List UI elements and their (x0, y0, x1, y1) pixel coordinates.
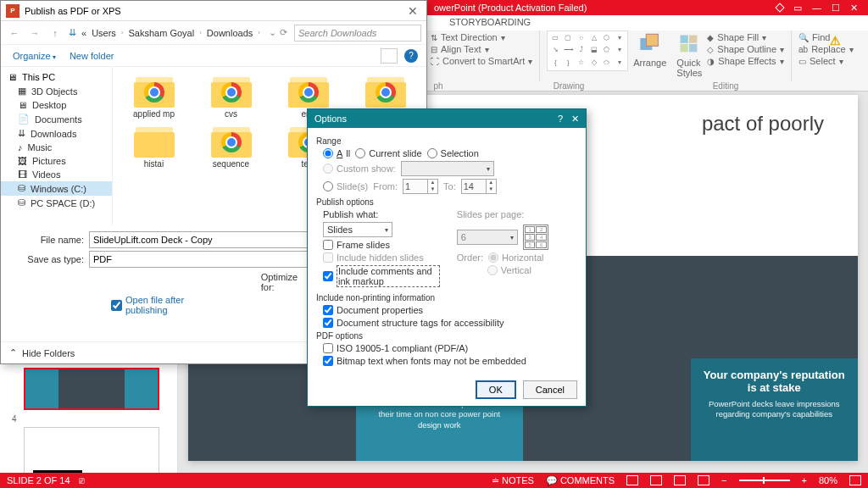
align-text-button[interactable]: ⊟ Align Text ▾ (431, 44, 532, 54)
ok-button[interactable]: OK (476, 380, 516, 399)
comments-button[interactable]: 💬 COMMENTS (546, 475, 615, 486)
thumbnail-3[interactable] (24, 368, 159, 410)
shapes-gallery[interactable]: ▭▢○△⬡▾ ↘⟶⤴⬓⬠▾ {}☆◇⬭▾ (547, 30, 628, 71)
folder-item[interactable]: cvs (193, 72, 269, 120)
options-close-icon[interactable]: ✕ (571, 114, 579, 125)
range-selection-radio[interactable]: Selection (427, 148, 479, 158)
nav-tree: 🖥 This PC ▦ 3D Objects 🖥 Desktop 📄 Docum… (1, 67, 113, 225)
nav-back-icon[interactable]: ← (6, 25, 23, 42)
handout-preview-icon: 123456 (523, 225, 548, 250)
warning-icon: ⚠ (830, 34, 841, 47)
nav-fwd-icon: → (26, 25, 43, 42)
publish-title: Publish as PDF or XPS (25, 6, 121, 16)
find-button[interactable]: 🔍 Find (798, 32, 853, 42)
tree-item[interactable]: 🖼 Pictures (1, 154, 112, 168)
shape-fill-button[interactable]: ◆ Shape Fill ▾ (707, 32, 784, 42)
save-type-label: Save as type: (26, 254, 84, 264)
notes-button[interactable]: ≐ NOTES (492, 475, 534, 486)
tree-item[interactable]: ⇊ Downloads (1, 126, 112, 141)
close-icon[interactable]: ✕ (850, 3, 858, 14)
folder-item[interactable]: histai (116, 122, 192, 170)
select-button[interactable]: ▭ Select ▾ (798, 56, 853, 66)
hide-folders-button[interactable]: ⌃ Hide Folders (9, 347, 75, 358)
sorter-view-icon[interactable] (650, 475, 662, 485)
tree-item[interactable]: ♪ Music (1, 141, 112, 154)
zoom-out-icon[interactable]: − (721, 475, 726, 485)
minimize2-icon[interactable]: — (812, 3, 821, 13)
arrange-button[interactable]: Arrange (628, 30, 671, 69)
ribbon-tab-storyboarding[interactable]: STORYBOARDING (441, 15, 539, 30)
file-name-label: File name: (26, 235, 84, 245)
downloads-crumb-icon: ⇊ (67, 27, 78, 38)
zoom-slider[interactable] (739, 480, 790, 481)
custom-show-select: ▾ (401, 161, 494, 176)
svg-rect-5 (689, 44, 697, 52)
range-slides-radio[interactable]: Slide(s) (323, 181, 368, 191)
order-vertical-radio: Vertical (487, 265, 531, 275)
cancel-button[interactable]: Cancel (523, 380, 577, 399)
open-after-checkbox[interactable]: Open file after publishing (111, 272, 227, 338)
tree-item[interactable]: 📄 Documents (1, 112, 112, 126)
lang-icon[interactable]: ⎚ (79, 475, 85, 485)
slide-cell (691, 256, 859, 358)
text-direction-button[interactable]: ⇅ Text Direction ▾ (431, 32, 532, 42)
slide-counter: SLIDE 2 OF 14 (7, 475, 70, 485)
tree-item[interactable]: ⛁ PC SPACE (D:) (1, 196, 112, 210)
tree-this-pc[interactable]: 🖥 This PC (1, 70, 112, 84)
svg-rect-4 (681, 44, 688, 52)
minimize-icon[interactable]: ▭ (793, 3, 802, 14)
order-horizontal-radio: Horizontal (488, 252, 544, 263)
publish-title-bar: P Publish as PDF or XPS ✕ (1, 1, 426, 21)
zoom-in-icon[interactable]: + (802, 475, 807, 485)
shape-outline-button[interactable]: ◇ Shape Outline ▾ (707, 44, 784, 54)
folder-item[interactable]: sequence (193, 122, 269, 170)
bitmap-text-checkbox[interactable]: Bitmap text when fonts may not be embedd… (323, 356, 526, 366)
tree-item-windows-c[interactable]: ⛁ Windows (C:) (1, 181, 112, 196)
shape-effects-button[interactable]: ◑ Shape Effects ▾ (707, 56, 784, 66)
folder-item[interactable]: applied mp (116, 72, 192, 120)
powerpoint-icon: P (6, 4, 19, 18)
range-custom-radio: Custom show: (323, 164, 396, 174)
publish-nav-bar: ← → ↑ ⇊ « Users› Saksham Goyal› Download… (1, 21, 426, 45)
zoom-label: 80% (819, 475, 837, 485)
replace-button[interactable]: ab Replace ▾ (798, 44, 853, 54)
reading-view-icon[interactable] (674, 475, 686, 485)
range-current-radio[interactable]: Current slide (355, 148, 421, 158)
tree-item[interactable]: ▦ 3D Objects (1, 84, 112, 98)
include-comments-checkbox[interactable]: Include comments and ink markup (323, 265, 440, 287)
convert-smartart-button[interactable]: ⛶ Convert to SmartArt ▾ (431, 56, 532, 66)
publish-close-icon[interactable]: ✕ (404, 4, 421, 18)
publish-toolbar: Organize New folder ? (1, 45, 426, 67)
normal-view-icon[interactable] (626, 475, 638, 485)
from-spinner[interactable]: ▲▼ (403, 179, 438, 194)
ppt-window-controls: ▭ — ☐ ✕ (776, 3, 865, 14)
iso-checkbox[interactable]: ISO 19005-1 compliant (PDF/A) (323, 343, 468, 353)
maximize-icon[interactable]: ☐ (832, 3, 840, 14)
crumb-dropdown-icon[interactable]: ⌄ (269, 27, 276, 38)
slideshow-view-icon[interactable] (698, 475, 709, 485)
ppt-title-text: owerPoint (Product Activation Failed) (434, 3, 587, 13)
doc-structure-checkbox[interactable]: Document structure tags for accessibilit… (323, 318, 504, 328)
slides-per-page-select: 6▾ (457, 230, 518, 245)
range-all-radio[interactable]: AAllll (323, 148, 350, 158)
publish-what-select[interactable]: Slides▾ (323, 222, 392, 237)
breadcrumb[interactable]: ⇊ « Users› Saksham Goyal› Downloads› (67, 27, 262, 38)
status-bar: SLIDE 2 OF 14 ⎚ ≐ NOTES 💬 COMMENTS − + 8… (0, 473, 868, 488)
tree-item[interactable]: 🎞 Videos (1, 168, 112, 181)
options-help-icon[interactable]: ? (558, 114, 563, 125)
refresh-icon[interactable]: ⟳ (280, 27, 287, 38)
search-input[interactable]: Search Downloads (294, 25, 421, 42)
hidden-slides-checkbox: Include hidden slides (323, 252, 424, 263)
tree-item[interactable]: 🖥 Desktop (1, 98, 112, 112)
organize-button[interactable]: Organize (13, 51, 56, 61)
svg-rect-3 (689, 36, 697, 43)
to-spinner[interactable]: ▲▼ (461, 179, 497, 194)
frame-slides-checkbox[interactable]: Frame slides (323, 240, 390, 250)
help-icon[interactable]: ? (404, 49, 418, 63)
fit-view-icon[interactable] (849, 475, 861, 485)
doc-properties-checkbox[interactable]: Document properties (323, 305, 423, 315)
view-button[interactable] (381, 48, 398, 64)
new-folder-button[interactable]: New folder (70, 51, 114, 61)
nav-up-icon[interactable]: ↑ (47, 25, 64, 42)
quick-styles-button[interactable]: Quick Styles (671, 30, 707, 80)
